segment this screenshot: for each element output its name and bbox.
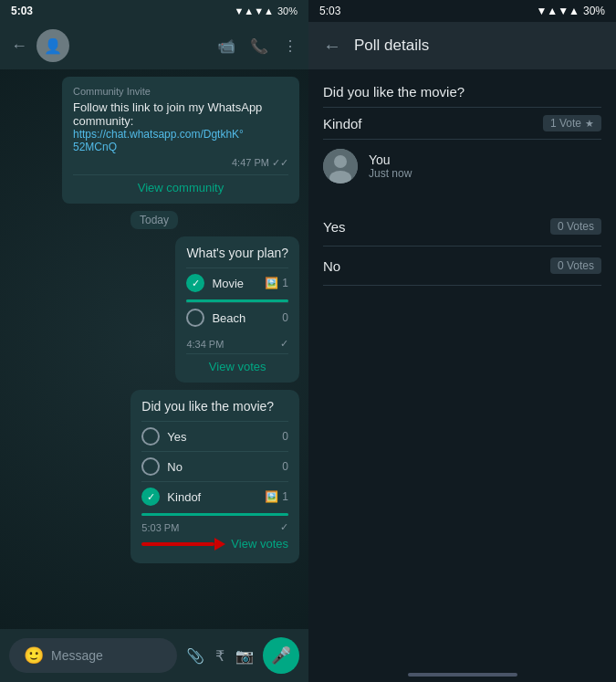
left-panel: 5:03 ▼▲▼▲ 30% ← 👤 📹 📞 ⋮ Community Invite… xyxy=(0,0,308,682)
poll-2-option-kindof[interactable]: ✓ Kindof 🖼️1 xyxy=(141,481,288,511)
date-badge: Today xyxy=(131,211,178,229)
poll-2-option-no-count: 0 xyxy=(282,460,288,473)
kindof-option-name: Kindof xyxy=(323,116,362,131)
community-message: Community Invite Follow this link to joi… xyxy=(62,77,299,204)
red-arrow-container xyxy=(141,538,225,551)
poll-results: Kindof 1 Vote ★ You Just now xyxy=(308,108,616,655)
poll-1-view-votes[interactable]: View votes xyxy=(186,353,288,373)
view-community-button[interactable]: View community xyxy=(73,174,288,194)
poll-1-option-movie-count: 🖼️1 xyxy=(265,277,288,289)
poll-2-option-kindof-label: Kindof xyxy=(167,490,201,504)
yes-vote-badge: 0 Votes xyxy=(550,218,601,235)
poll-2-option-yes-label: Yes xyxy=(167,430,186,444)
poll-1-option-beach[interactable]: Beach 0 xyxy=(186,302,288,332)
kindof-vote-badge: 1 Vote ★ xyxy=(543,115,601,131)
poll-2-title: Did you like the movie? xyxy=(141,399,288,414)
left-status-bar: 5:03 ▼▲▼▲ 30% xyxy=(0,0,308,22)
poll-1-option-movie-label: Movie xyxy=(212,277,244,290)
menu-icon[interactable]: ⋮ xyxy=(283,37,298,55)
right-panel: 5:03 ▼▲▼▲ 30% ← Poll details Did you lik… xyxy=(308,0,616,682)
poll-2-time: 5:03 PM xyxy=(141,522,179,533)
arrow-row: View votes xyxy=(141,533,288,554)
left-status-icons: ▼▲▼▲ 30% xyxy=(234,5,298,16)
poll-1: What's your plan? ✓ Movie 🖼️1 Beach 0 xyxy=(175,236,299,383)
paperclip-icon[interactable]: 📎 xyxy=(186,647,204,665)
svg-point-1 xyxy=(334,155,347,168)
yes-option-name: Yes xyxy=(323,219,345,235)
poll-2-option-no-label: No xyxy=(167,460,183,474)
poll-1-option-beach-icon xyxy=(186,309,204,327)
poll-2-option-yes-icon xyxy=(141,427,160,446)
right-status-bar: 5:03 ▼▲▼▲ 30% xyxy=(308,0,616,22)
voter-row-you: You Just now xyxy=(323,140,601,193)
star-icon: ★ xyxy=(585,118,594,130)
no-vote-badge: 0 Votes xyxy=(550,257,601,274)
emoji-icon[interactable]: 🙂 xyxy=(24,645,44,666)
voter-avatar-you xyxy=(323,149,358,184)
right-battery-icon: 30% xyxy=(583,5,605,17)
back-button[interactable]: ← xyxy=(11,37,27,56)
arrow-head xyxy=(214,538,225,551)
chat-area: Community Invite Follow this link to joi… xyxy=(0,69,308,629)
signal-icon: ▼▲▼▲ xyxy=(234,5,274,16)
poll-details-question: Did you like the movie? xyxy=(308,69,616,107)
header-icons: 📹 📞 ⋮ xyxy=(217,37,298,55)
arrow-area: View votes xyxy=(141,533,288,554)
result-kindof: Kindof 1 Vote ★ You Just now xyxy=(323,108,601,193)
left-time: 5:03 xyxy=(11,5,33,17)
poll-1-title: What's your plan? xyxy=(186,246,288,260)
message-placeholder[interactable]: Message xyxy=(51,648,162,663)
poll-1-time: 4:34 PM xyxy=(186,339,224,350)
rupee-icon[interactable]: ₹ xyxy=(215,647,224,665)
mic-button[interactable]: 🎤 xyxy=(263,637,299,674)
community-time: 4:47 PM ✓✓ xyxy=(73,157,288,169)
message-input-container[interactable]: 🙂 Message xyxy=(9,638,177,673)
community-body: Follow this link to join my WhatsApp com… xyxy=(73,100,288,128)
bottom-bar: 🙂 Message 📎 ₹ 📷 🎤 xyxy=(0,629,308,682)
right-status-icons: ▼▲▼▲ 30% xyxy=(536,5,605,17)
battery-icon: 30% xyxy=(277,5,298,16)
voter-name-you: You xyxy=(369,152,412,167)
community-link[interactable]: https://chat.whatsapp.com/DgtkhK° 52MCnQ xyxy=(73,128,288,153)
poll-details-title: Poll details xyxy=(354,37,429,55)
poll-2-option-yes[interactable]: Yes 0 xyxy=(141,421,288,451)
poll-details-header: ← Poll details xyxy=(308,22,616,69)
voter-info-you: You Just now xyxy=(369,152,412,180)
poll-1-footer: 4:34 PM ✓ xyxy=(186,338,288,350)
video-call-icon[interactable]: 📹 xyxy=(217,37,235,55)
right-time: 5:03 xyxy=(319,5,340,17)
kindof-header: Kindof 1 Vote ★ xyxy=(323,108,601,140)
voter-time-you: Just now xyxy=(369,167,412,180)
attachment-icons: 📎 ₹ 📷 xyxy=(186,647,254,665)
home-indicator xyxy=(308,655,616,682)
poll-2-check: ✓ xyxy=(280,521,288,533)
poll-1-option-beach-label: Beach xyxy=(212,311,245,325)
right-signal-icon: ▼▲▼▲ xyxy=(536,5,579,17)
arrow-shaft xyxy=(141,542,214,546)
poll-back-button[interactable]: ← xyxy=(323,36,341,57)
result-no: No 0 Votes xyxy=(323,247,601,286)
community-invite-label: Community Invite xyxy=(73,86,288,97)
poll-2-view-votes[interactable]: View votes xyxy=(231,537,288,551)
result-yes: Yes 0 Votes xyxy=(323,207,601,247)
poll-2-footer: 5:03 PM ✓ xyxy=(141,521,288,533)
poll-2-option-no[interactable]: No 0 xyxy=(141,451,288,481)
contact-avatar: 👤 xyxy=(37,29,69,62)
poll-2-option-no-icon xyxy=(141,457,160,476)
poll-1-option-movie-icon: ✓ xyxy=(186,274,204,292)
no-option-name: No xyxy=(323,258,340,274)
chat-header: ← 👤 📹 📞 ⋮ xyxy=(0,22,308,69)
poll-1-check: ✓ xyxy=(280,338,288,350)
poll-2-option-kindof-count: 🖼️1 xyxy=(265,490,288,503)
poll-1-option-beach-count: 0 xyxy=(282,311,288,324)
poll-2-option-kindof-icon: ✓ xyxy=(141,488,160,506)
poll-2-option-yes-count: 0 xyxy=(282,430,288,443)
kindof-vote-count: 1 Vote xyxy=(550,117,581,130)
phone-icon[interactable]: 📞 xyxy=(250,37,268,55)
camera-icon[interactable]: 📷 xyxy=(235,647,254,665)
mic-icon: 🎤 xyxy=(271,645,291,666)
poll-2: Did you like the movie? Yes 0 No 0 ✓ Ki xyxy=(131,390,299,563)
poll-1-option-movie[interactable]: ✓ Movie 🖼️1 xyxy=(186,268,288,298)
home-bar xyxy=(408,673,517,677)
